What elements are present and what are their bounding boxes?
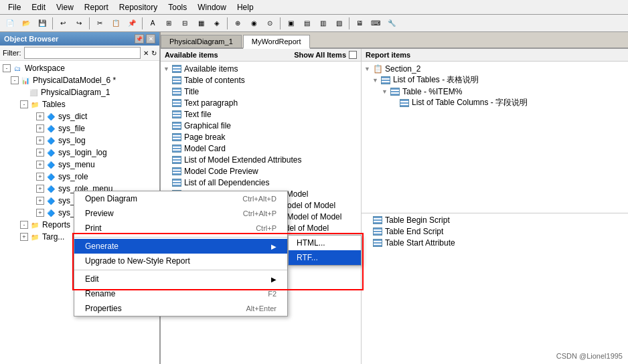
available-item-alldeps[interactable]: List of all Dependencies: [162, 177, 360, 188]
listtables-expand[interactable]: ▼: [372, 77, 380, 84]
available-header: Available items Show All Items: [161, 49, 361, 62]
table-expand[interactable]: +: [36, 197, 44, 205]
toolbar-btn-c[interactable]: ⊟: [177, 16, 192, 31]
workspace-expand[interactable]: -: [3, 64, 11, 72]
available-item-textfile[interactable]: Text file: [162, 108, 360, 120]
toolbar-open[interactable]: 📂: [19, 16, 33, 31]
toolbar-save[interactable]: 💾: [35, 16, 50, 31]
ctx-open-diagram[interactable]: Open Diagram Ctrl+Alt+D: [74, 191, 287, 206]
report-item-table[interactable]: ▼ Table - %ITEM%: [363, 86, 627, 97]
tree-workspace[interactable]: - 🗂 Workspace: [1, 62, 158, 74]
table-expand[interactable]: +: [36, 185, 44, 193]
toolbar-btn-b[interactable]: ⊞: [161, 16, 176, 31]
panel-pin[interactable]: 📌: [135, 34, 144, 43]
report-item-section[interactable]: ▼ 📋 Section_2: [363, 63, 627, 74]
toolbar-paste[interactable]: 📌: [125, 16, 139, 31]
tree-table-sys-login-log[interactable]: + 🔷 sys_login_log: [1, 147, 158, 159]
toolbar-btn-f[interactable]: ⊕: [230, 16, 245, 31]
ctx-edit[interactable]: Edit ▶: [74, 272, 287, 286]
available-item-extattr[interactable]: List of Model Extended Attributes: [162, 154, 360, 165]
menu-report[interactable]: Report: [79, 1, 114, 13]
tab-physical-diagram[interactable]: PhysicalDiagram_1: [161, 35, 242, 48]
tree-model[interactable]: - 📊 PhysicalDataModel_6 *: [1, 74, 158, 86]
toolbar-redo[interactable]: ↪: [72, 16, 86, 31]
show-all-checkbox[interactable]: [349, 51, 357, 59]
tab-bar: PhysicalDiagram_1 MyWordReport: [161, 32, 628, 49]
available-item-title[interactable]: Title: [162, 86, 360, 97]
table-expand[interactable]: +: [36, 112, 44, 120]
toolbar-btn-e[interactable]: ◈: [210, 16, 224, 31]
tree-diagram[interactable]: ⬜ PhysicalDiagram_1: [1, 86, 158, 98]
available-item-toc[interactable]: Table of contents: [162, 74, 360, 86]
root-expand[interactable]: ▼: [163, 66, 171, 72]
toolbar-sep-4: [227, 17, 228, 29]
available-item-codepreview[interactable]: Model Code Preview: [162, 165, 360, 177]
tree-table-sys-menu[interactable]: + 🔷 sys_menu: [1, 159, 158, 171]
toolbar-btn-h[interactable]: ⊙: [262, 16, 277, 31]
table-expand[interactable]: +: [36, 136, 44, 145]
available-item-label: Graphical file: [184, 121, 231, 130]
table-expand[interactable]: +: [36, 173, 44, 181]
toolbar-btn-k[interactable]: ▥: [315, 16, 330, 31]
available-item-modelcard[interactable]: Model Card: [162, 143, 360, 154]
table-expand[interactable]: +: [36, 149, 44, 157]
available-item-textpara[interactable]: Text paragraph: [162, 97, 360, 108]
toolbar-btn-i[interactable]: ▣: [283, 16, 298, 31]
panel-close[interactable]: ✕: [146, 34, 155, 43]
menu-help[interactable]: Help: [232, 1, 259, 13]
extra-item-endscript[interactable]: Table End Script: [363, 226, 627, 238]
table-expand[interactable]: +: [36, 209, 44, 217]
extra-item-startattr[interactable]: Table Start Attribute: [363, 238, 627, 249]
menu-tools[interactable]: Tools: [163, 1, 192, 13]
tree-table-sys-role[interactable]: + 🔷 sys_role: [1, 171, 158, 183]
ctx-print[interactable]: Print Ctrl+P: [74, 221, 287, 236]
toolbar-btn-n[interactable]: ⌨: [368, 16, 383, 31]
available-item-graphical[interactable]: Graphical file: [162, 120, 360, 131]
report-item-listtables[interactable]: ▼ List of Tables - 表格说明: [363, 74, 627, 86]
tab-word-report[interactable]: MyWordReport: [243, 35, 310, 49]
toolbar-new[interactable]: 📄: [3, 16, 17, 31]
extra-item-beginscript[interactable]: Table Begin Script: [363, 215, 627, 226]
ctx-generate[interactable]: Generate ▶: [74, 239, 287, 254]
toolbar-undo[interactable]: ↩: [56, 16, 70, 31]
table-expand[interactable]: +: [36, 124, 44, 132]
toolbar-btn-g[interactable]: ◉: [246, 16, 261, 31]
toolbar-btn-m[interactable]: 🖥: [352, 16, 367, 31]
filter-apply[interactable]: ↻: [151, 50, 157, 57]
toolbar-copy[interactable]: 📋: [108, 16, 123, 31]
toolbar-btn-a[interactable]: A: [145, 16, 160, 31]
tables-expand[interactable]: -: [20, 100, 28, 108]
reports-expand[interactable]: -: [20, 221, 28, 229]
filter-clear[interactable]: ✕: [143, 50, 149, 57]
tree-table-sys-log[interactable]: + 🔷 sys_log: [1, 134, 158, 147]
menu-edit[interactable]: Edit: [26, 1, 51, 13]
ctx-upgrade[interactable]: Upgrade to New-Style Report: [74, 254, 287, 268]
toolbar-btn-l[interactable]: ▧: [331, 16, 346, 31]
menu-view[interactable]: View: [51, 1, 79, 13]
tree-tables-folder[interactable]: - 📁 Tables: [1, 98, 158, 110]
tree-table-sys-file[interactable]: + 🔷 sys_file: [1, 122, 158, 134]
model-expand[interactable]: -: [11, 76, 19, 84]
report-item-listcolumns[interactable]: List of Table Columns - 字段说明: [363, 97, 627, 108]
ctx-preview[interactable]: Preview Ctrl+Alt+P: [74, 206, 287, 221]
available-item-root[interactable]: ▼ Available items: [162, 63, 360, 74]
submenu-rtf[interactable]: RTF...: [289, 250, 361, 265]
toolbar-btn-o[interactable]: 🔧: [384, 16, 399, 31]
table-expand[interactable]: ▼: [382, 88, 390, 95]
submenu-html[interactable]: HTML...: [289, 236, 361, 250]
section-expand[interactable]: ▼: [364, 66, 372, 72]
toolbar-btn-d[interactable]: ▦: [193, 16, 208, 31]
menu-file[interactable]: File: [3, 1, 26, 13]
tree-table-sys-dict[interactable]: + 🔷 sys_dict: [1, 110, 158, 122]
filter-input[interactable]: [24, 47, 141, 59]
ctx-rename[interactable]: Rename F2: [74, 286, 287, 301]
startattr-icon: [372, 238, 383, 248]
menu-repository[interactable]: Repository: [114, 1, 163, 13]
toolbar-btn-j[interactable]: ▤: [299, 16, 314, 31]
menu-window[interactable]: Window: [192, 1, 232, 13]
ctx-properties[interactable]: Properties Alt+Enter: [74, 301, 287, 316]
table-expand[interactable]: +: [36, 161, 44, 169]
available-item-pagebreak[interactable]: Page break: [162, 131, 360, 143]
targets-expand[interactable]: +: [20, 233, 28, 241]
toolbar-cut[interactable]: ✂: [92, 16, 107, 31]
